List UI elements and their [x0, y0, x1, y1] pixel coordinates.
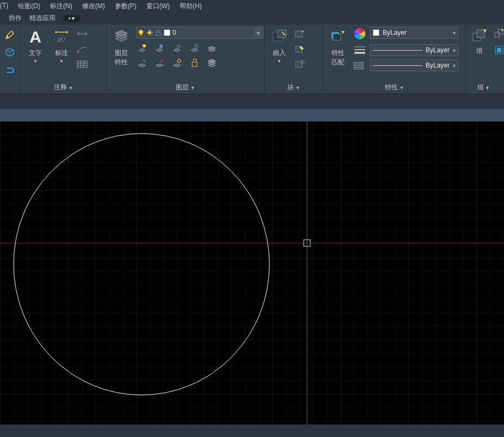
menu-bar: (T) 绘图(D) 标注(N) 修改(M) 参数(P) 窗口(W) 帮助(H): [0, 0, 504, 13]
match-properties-button[interactable]: 特性 匹配: [327, 27, 349, 67]
group-label: 组: [476, 46, 483, 56]
socket-icon[interactable]: [4, 64, 16, 76]
dim-label: 标注: [55, 48, 68, 58]
tab-more[interactable]: ▪ ▾: [63, 15, 80, 22]
lineweight-value: ByLayer: [426, 46, 450, 54]
panel-title-block[interactable]: 块▼: [268, 82, 319, 94]
panel-title-layers[interactable]: 图层▼: [110, 82, 261, 94]
panel-tools-left: [0, 25, 21, 94]
svg-point-7: [148, 31, 151, 34]
text-button[interactable]: A 文字 ▼: [24, 27, 47, 64]
panel-layers: 图层 特性 0 ▾: [107, 25, 265, 94]
svg-rect-8: [157, 32, 161, 35]
svg-rect-23: [477, 30, 484, 38]
layer-lock-icon[interactable]: [171, 42, 183, 54]
block-attr-icon[interactable]: [294, 58, 306, 70]
svg-point-2: [61, 38, 63, 40]
svg-rect-20: [333, 34, 341, 40]
tab-featured[interactable]: 精选应用: [29, 14, 56, 23]
menu-item-T[interactable]: (T): [0, 2, 8, 11]
svg-rect-6: [140, 34, 142, 35]
svg-rect-15: [296, 31, 302, 37]
insert-block-button[interactable]: 插入 ▼: [268, 27, 291, 64]
svg-rect-27: [497, 48, 501, 52]
menu-item-param[interactable]: 参数(P): [115, 2, 137, 11]
box-icon[interactable]: [4, 46, 16, 58]
layer-off-icon[interactable]: [136, 42, 148, 54]
match-label: 特性 匹配: [331, 48, 345, 67]
lineweight-icon[interactable]: [353, 44, 367, 56]
panel-title-group[interactable]: 组▼: [469, 82, 497, 94]
insert-label: 插入: [273, 48, 286, 58]
svg-point-9: [143, 44, 146, 47]
ungroup-icon[interactable]: [493, 28, 504, 40]
svg-text:A: A: [29, 28, 41, 46]
linear-dim-icon[interactable]: [76, 28, 88, 40]
group-button[interactable]: 组: [469, 27, 490, 56]
svg-point-11: [177, 59, 181, 63]
layer-name: 0: [173, 29, 176, 37]
text-label: 文字: [29, 48, 42, 58]
ribbon-tabs: 协作 精选应用 ▪ ▾: [0, 13, 504, 25]
panel-block: 插入 ▼ 块▼: [265, 25, 323, 94]
sun-icon: [146, 29, 153, 36]
panel-title-empty: [2, 83, 17, 94]
layer-thaw-icon[interactable]: [171, 57, 183, 69]
color-wheel-icon[interactable]: [353, 27, 367, 41]
svg-rect-30: [0, 122, 504, 424]
linetype-select[interactable]: ByLayer ▾: [370, 59, 458, 71]
layer-props-label: 图层 特性: [115, 48, 128, 67]
layer-uniso-icon[interactable]: [153, 57, 165, 69]
lineweight-select[interactable]: ByLayer ▾: [370, 44, 458, 56]
annotate-small-buttons: [76, 27, 88, 70]
menu-item-dim[interactable]: 标注(N): [50, 2, 72, 11]
lightbulb-on-icon: [138, 29, 144, 36]
panel-group: 组 组▼: [466, 25, 501, 94]
linetype-value: ByLayer: [426, 62, 450, 69]
ribbon: A 文字 ▼ 标注 ▼ 注释▼: [0, 25, 504, 94]
leader-icon[interactable]: [76, 43, 88, 55]
menu-item-modify[interactable]: 修改(M): [82, 2, 105, 11]
create-block-icon[interactable]: [294, 28, 306, 40]
dropdown-arrow-icon[interactable]: ▾: [254, 28, 262, 38]
drawing-canvas[interactable]: [0, 122, 504, 424]
svg-rect-4: [77, 61, 87, 68]
layer-iso-icon[interactable]: [136, 57, 148, 69]
panel-annotate: A 文字 ▼ 标注 ▼ 注释▼: [21, 25, 107, 94]
svg-point-3: [77, 51, 79, 53]
linetype-icon[interactable]: [353, 59, 367, 71]
panel-title-annotate[interactable]: 注释▼: [24, 82, 103, 94]
lock-open-icon: [155, 29, 162, 36]
panel-properties: 特性 匹配: [323, 25, 466, 94]
layer-properties-button[interactable]: 图层 特性: [110, 27, 133, 67]
group-edit-icon[interactable]: [493, 44, 504, 56]
menu-item-help[interactable]: 帮助(H): [180, 2, 202, 11]
model-space[interactable]: [0, 122, 504, 424]
color-swatch: [373, 29, 379, 36]
layer-state-icon[interactable]: [206, 57, 218, 69]
color-select[interactable]: ByLayer ▾: [370, 27, 458, 39]
color-value: ByLayer: [383, 29, 407, 37]
edit-block-icon[interactable]: [294, 43, 306, 55]
pencil-icon[interactable]: [4, 29, 16, 41]
layer-make-current-icon[interactable]: [206, 42, 218, 54]
svg-point-5: [139, 30, 143, 34]
menu-item-window[interactable]: 窗口(W): [146, 2, 170, 11]
layer-freeze-icon[interactable]: [153, 42, 165, 54]
dimension-button[interactable]: 标注 ▼: [50, 27, 73, 64]
table-icon[interactable]: [76, 58, 88, 70]
layer-unlock-icon[interactable]: [188, 42, 200, 54]
layer-color-swatch: [164, 29, 170, 36]
svg-rect-10: [195, 46, 198, 48]
menu-item-draw[interactable]: 绘图(D): [18, 2, 40, 11]
svg-rect-14: [278, 30, 286, 38]
svg-rect-12: [192, 62, 197, 66]
tab-collab[interactable]: 协作: [9, 14, 22, 23]
panel-title-properties[interactable]: 特性▼: [327, 82, 462, 94]
layer-lock2-icon[interactable]: [188, 57, 200, 69]
layer-selector[interactable]: 0 ▾: [136, 27, 263, 39]
document-tab-strip[interactable]: [0, 108, 504, 122]
